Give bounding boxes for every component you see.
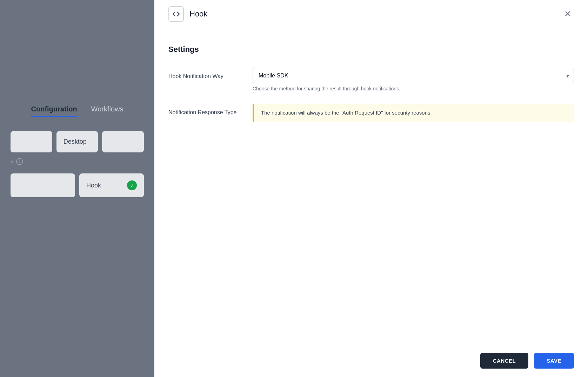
info-icon: i [16, 158, 23, 165]
panel-content: Settings Hook Notification Way Mobile SD… [154, 28, 588, 344]
warning-text: The notification will always be the "Aut… [261, 110, 432, 116]
bg-card-placeholder-left2 [11, 173, 75, 197]
bg-card-placeholder-right [102, 131, 144, 152]
panel-header: Hook ✕ [154, 0, 588, 28]
notification-response-type-label: Notification Response Type [168, 104, 253, 117]
panel-footer: CANCEL SAVE [154, 344, 588, 377]
save-button[interactable]: SAVE [534, 353, 574, 369]
hook-notification-way-field: Mobile SDK Web SDK REST API ▾ Choose the… [253, 68, 574, 91]
bg-info-row: y i [11, 158, 144, 165]
background-tabs: Configuration Workflows [31, 105, 123, 117]
hook-notification-way-row: Hook Notification Way Mobile SDK Web SDK… [168, 68, 574, 91]
select-wrapper: Mobile SDK Web SDK REST API ▾ [253, 68, 574, 83]
hook-notification-way-label: Hook Notification Way [168, 68, 253, 81]
bg-card-hook: Hook ✓ [79, 173, 144, 197]
hook-code-icon [168, 6, 184, 22]
bg-card-row-1: Desktop [11, 131, 144, 152]
bg-card-placeholder-left [11, 131, 52, 152]
panel-title: Hook [189, 9, 207, 19]
bg-card-row-2: Hook ✓ [11, 173, 144, 197]
hook-notification-hint: Choose the method for sharing the result… [253, 86, 574, 91]
notification-response-type-field: The notification will always be the "Aut… [253, 104, 574, 122]
warning-banner: The notification will always be the "Aut… [253, 104, 574, 122]
cancel-button[interactable]: CANCEL [480, 353, 529, 369]
bg-card-hook-label: Hook [86, 182, 101, 189]
bg-info-text: y [11, 158, 13, 165]
notification-response-type-row: Notification Response Type The notificat… [168, 104, 574, 122]
settings-panel: Hook ✕ Settings Hook Notification Way Mo… [154, 0, 588, 377]
panel-header-left: Hook [168, 6, 207, 22]
bg-card-desktop: Desktop [56, 131, 98, 152]
bg-card-desktop-label: Desktop [64, 138, 87, 145]
settings-heading: Settings [168, 45, 574, 54]
hook-check-icon: ✓ [127, 180, 137, 190]
background-content: Configuration Workflows Desktop y i Hook… [0, 0, 154, 377]
close-button[interactable]: ✕ [561, 8, 574, 20]
bg-tab-workflows: Workflows [91, 105, 123, 117]
background-cards: Desktop y i Hook ✓ [11, 131, 144, 197]
hook-notification-way-select[interactable]: Mobile SDK Web SDK REST API [253, 68, 574, 83]
bg-tab-configuration: Configuration [31, 105, 77, 117]
